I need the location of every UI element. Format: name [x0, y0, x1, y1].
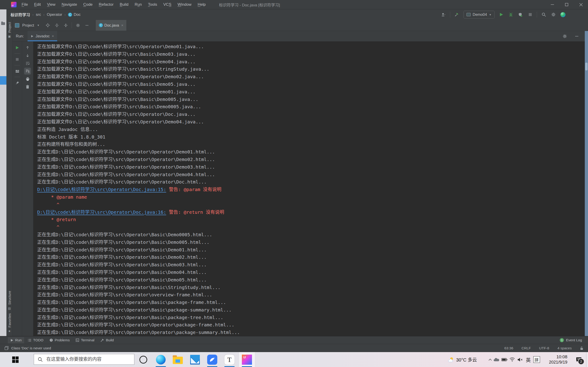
- toolwindow-button-label: Build: [106, 338, 114, 342]
- console-line: 正在生成D:\日记\code\标识符学习\src\Operator\Basic\…: [37, 284, 585, 291]
- minimize-button[interactable]: [545, 0, 560, 9]
- event-log-badge: 1: [560, 338, 564, 342]
- run-button[interactable]: [498, 12, 504, 18]
- settings-gear-icon[interactable]: [550, 12, 556, 18]
- language-indicator[interactable]: 英: [525, 352, 532, 367]
- xunlei-button[interactable]: [205, 352, 220, 367]
- panel-settings-gear-icon[interactable]: [75, 22, 81, 28]
- event-log-button[interactable]: 1 Event Log: [560, 338, 588, 342]
- lock-icon[interactable]: [580, 346, 583, 350]
- collapse-all-icon[interactable]: [63, 22, 69, 28]
- run-tab-javadoc[interactable]: Javadoc ×: [27, 31, 57, 41]
- taskbar-weather[interactable]: 30°C 多云: [447, 352, 477, 367]
- hide-panel-icon[interactable]: [84, 22, 90, 28]
- search-everywhere-icon[interactable]: [541, 12, 547, 18]
- user-account-icon[interactable]: [440, 12, 446, 18]
- menu-tools[interactable]: Tools: [148, 2, 157, 7]
- menu-view[interactable]: View: [47, 2, 56, 7]
- mail-button[interactable]: [188, 352, 202, 367]
- menu-refactor[interactable]: Refactor: [99, 2, 113, 7]
- menu-help[interactable]: Help: [198, 2, 206, 7]
- run-configuration-select[interactable]: Demo04 ▼: [464, 11, 494, 19]
- breadcrumb-item[interactable]: Doc: [74, 12, 81, 17]
- console-scrollbar[interactable]: [585, 31, 588, 336]
- status-indent-style[interactable]: 4 spaces: [557, 346, 572, 350]
- show-desktop-button[interactable]: [586, 352, 588, 367]
- scroll-to-end-button[interactable]: [24, 68, 31, 75]
- pin-tab-button[interactable]: [14, 79, 21, 86]
- run-toolbar: [13, 42, 22, 336]
- notification-center-button[interactable]: 2: [572, 352, 585, 367]
- up-stack-trace-button[interactable]: [24, 44, 31, 51]
- breadcrumb-separator: ›: [43, 13, 44, 17]
- class-icon: C: [68, 13, 72, 17]
- tool-window-switcher-icon[interactable]: [5, 346, 9, 350]
- toolwindow-button-todo[interactable]: TODO: [25, 337, 46, 343]
- menu-vcs[interactable]: VCS: [163, 2, 171, 7]
- menu-run[interactable]: Run: [135, 2, 142, 7]
- menu-window[interactable]: Window: [178, 2, 191, 7]
- close-tab-icon[interactable]: ×: [121, 23, 123, 27]
- stop-button[interactable]: [14, 56, 21, 63]
- stripe-item-structure[interactable]: Structure: [8, 291, 11, 305]
- debug-button[interactable]: [508, 12, 514, 18]
- edge-button[interactable]: [153, 352, 168, 367]
- scrollbar-thumb[interactable]: [585, 63, 588, 70]
- ime-indicator[interactable]: 拼: [533, 352, 540, 367]
- console-line: 正在生成D:\日记\code\标识符学习\src\Operator\Operat…: [37, 321, 585, 329]
- cortana-button[interactable]: [136, 352, 151, 367]
- hide-panel-icon[interactable]: [574, 33, 580, 39]
- locate-file-icon[interactable]: [45, 22, 51, 28]
- intellij-taskbar-button[interactable]: IJ: [239, 352, 255, 367]
- toolwindow-button-build[interactable]: Build: [98, 337, 116, 343]
- typora-button[interactable]: T: [222, 352, 237, 367]
- run-with-coverage-button[interactable]: [518, 12, 523, 18]
- soft-wrap-button[interactable]: [24, 60, 31, 67]
- menu-build[interactable]: Build: [120, 2, 128, 7]
- battery-icon[interactable]: [501, 352, 508, 367]
- stop-button[interactable]: [527, 12, 533, 18]
- breadcrumb-item[interactable]: 标识符学习: [10, 12, 30, 17]
- start-button[interactable]: [8, 352, 23, 367]
- stripe-item-favorites[interactable]: Favorites: [8, 313, 11, 327]
- run-settings-gear-icon[interactable]: [562, 33, 568, 39]
- breadcrumb-item[interactable]: src: [36, 12, 41, 17]
- console-line: ^: [37, 201, 585, 209]
- expand-all-icon[interactable]: [54, 22, 60, 28]
- window-controls: [545, 0, 588, 9]
- stripe-item-project[interactable]: Project: [8, 22, 11, 33]
- rerun-button[interactable]: [14, 44, 21, 51]
- clear-console-button[interactable]: [24, 83, 31, 90]
- status-caret-position[interactable]: 63:36: [504, 346, 513, 350]
- console-file-link[interactable]: D:\日记\code\标识符学习\src\Operator\Doc.java:1…: [37, 187, 166, 192]
- onedrive-cloud-icon[interactable]: [493, 352, 500, 367]
- search-input[interactable]: [46, 357, 134, 362]
- restore-layout-button[interactable]: [14, 68, 21, 75]
- status-encoding[interactable]: UTF-8: [539, 346, 549, 350]
- taskbar-clock[interactable]: 10:08 2021/9/19: [542, 352, 567, 367]
- close-button[interactable]: [574, 0, 588, 9]
- taskbar-search-box[interactable]: [34, 354, 134, 365]
- wifi-icon[interactable]: [509, 352, 516, 367]
- volume-muted-icon[interactable]: [516, 352, 524, 367]
- toolwindow-button-problems[interactable]: Problems: [47, 337, 72, 343]
- menu-code[interactable]: Code: [83, 2, 93, 7]
- menu-file[interactable]: File: [22, 2, 28, 7]
- build-hammer-icon[interactable]: [454, 12, 460, 18]
- file-explorer-button[interactable]: [170, 352, 185, 367]
- down-stack-trace-button[interactable]: [24, 52, 31, 59]
- menu-edit[interactable]: Edit: [34, 2, 41, 7]
- toolwindow-button-terminal[interactable]: Terminal: [73, 337, 97, 343]
- menu-navigate[interactable]: Navigate: [61, 2, 77, 7]
- status-line-ending[interactable]: CRLF: [522, 346, 531, 350]
- run-icon: [10, 339, 13, 342]
- editor-tab-doc-java[interactable]: C Doc.java ×: [96, 20, 126, 31]
- maximize-button[interactable]: [560, 0, 574, 9]
- toolwindow-button-run[interactable]: Run: [8, 337, 24, 343]
- project-tool-window-header[interactable]: Project ▼: [13, 22, 90, 28]
- close-tab-icon[interactable]: ×: [52, 34, 54, 38]
- breadcrumb-item[interactable]: Operator: [47, 12, 62, 17]
- console-file-link[interactable]: D:\日记\code\标识符学习\src\Operator\Doc.java:1…: [37, 209, 166, 215]
- gradle-sphere-icon[interactable]: [560, 12, 566, 18]
- print-button[interactable]: [24, 75, 31, 82]
